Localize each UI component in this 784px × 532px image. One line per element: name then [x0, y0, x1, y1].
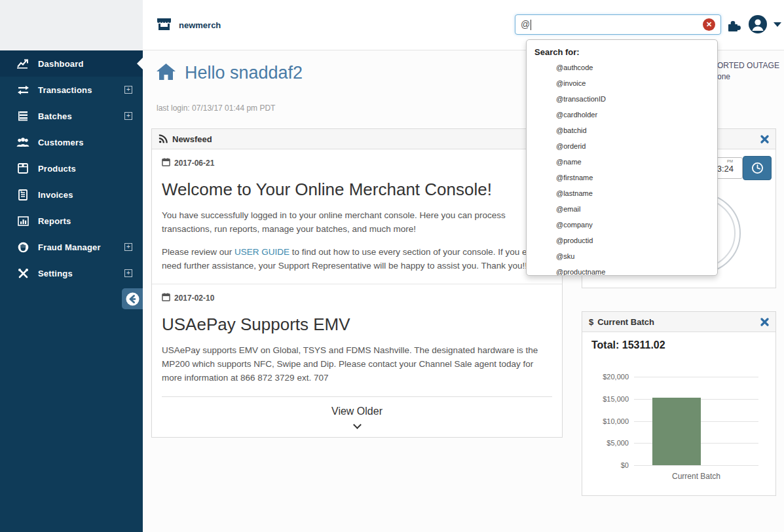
newsfeed-title: Newsfeed [172, 134, 212, 144]
search-suggestion-item[interactable]: @authcode [527, 60, 717, 75]
post-divider [152, 284, 562, 284]
paragraph-text: Please review our [162, 247, 234, 257]
outage-line1: ORTED OUTAGE [717, 60, 779, 71]
customers-icon [16, 137, 29, 148]
chart-y-tick-label: $5,000 [607, 439, 629, 447]
arrow-left-circle-icon [126, 292, 140, 306]
fraud-icon [16, 242, 29, 253]
sidebar-item-label: Settings [38, 269, 73, 278]
text-cursor [531, 20, 531, 30]
products-icon [16, 163, 29, 174]
search-suggestion-item[interactable]: @email [527, 201, 717, 217]
search-suggestion-item[interactable]: @name [527, 154, 717, 170]
close-icon[interactable] [760, 318, 769, 326]
post-title: USAePay Supports EMV [162, 314, 552, 335]
chart-y-tick-label: $0 [621, 461, 629, 469]
chevron-down-icon [353, 421, 362, 430]
calendar-icon [162, 158, 170, 168]
search-suggestion-item[interactable]: @orderid [527, 138, 717, 154]
chart-y-tick-label: $15,000 [603, 395, 629, 403]
search-suggestion-item[interactable]: @productid [527, 233, 717, 248]
sidebar-item-label: Fraud Manager [38, 242, 101, 252]
dashboard-icon [16, 58, 29, 69]
transactions-icon [16, 85, 29, 96]
search-suggestion-item[interactable]: @company [527, 217, 717, 233]
expand-icon[interactable]: + [124, 86, 132, 94]
current-batch-header: $ Current Batch [582, 312, 775, 332]
last-login: last login: 07/13/17 01:44 pm PDT [157, 104, 275, 113]
view-older-button[interactable]: View Older [162, 396, 552, 437]
clock-in-button[interactable] [743, 156, 772, 180]
sidebar-item-customers[interactable]: Customers [0, 129, 143, 155]
view-older-label: View Older [162, 406, 552, 417]
calendar-icon [162, 293, 170, 303]
search-suggestion-item[interactable]: @transactionID [527, 91, 717, 107]
time-value: 3:24 [717, 164, 734, 174]
reports-icon [16, 216, 29, 227]
newsfeed-panel: Newsfeed 2017-06-21 Welcome to [151, 128, 563, 438]
search-suggestions-dropdown: Search for: @authcode@invoice@transactio… [526, 39, 718, 276]
close-icon[interactable] [760, 135, 769, 143]
brand[interactable]: newmerch [155, 15, 221, 35]
search-suggestion-item[interactable]: @productname [527, 264, 717, 276]
post-date: 2017-06-21 [174, 159, 214, 168]
search-suggestion-item[interactable]: @lastname [527, 185, 717, 201]
newsfeed-header: Newsfeed [152, 129, 562, 149]
sidebar-item-products[interactable]: Products [0, 155, 143, 181]
home-icon [156, 63, 176, 83]
newsfeed-post: 2017-06-21 Welcome to Your Online Mercha… [162, 158, 552, 273]
sidebar-item-label: Reports [38, 216, 71, 226]
sidebar-item-settings[interactable]: Settings+ [0, 260, 143, 286]
user-menu-caret-icon[interactable] [774, 22, 781, 27]
sidebar-item-dashboard[interactable]: Dashboard [0, 50, 143, 77]
sidebar-item-label: Dashboard [38, 59, 84, 69]
newsfeed-post: 2017-02-10 USAePay Supports EMV USAePay … [162, 293, 552, 385]
sidebar-item-label: Customers [38, 138, 84, 147]
active-item-arrow-icon [137, 58, 143, 69]
search-suggestion-item[interactable]: @sku [527, 248, 717, 264]
user-avatar-icon[interactable] [748, 14, 768, 34]
sidebar-item-batches[interactable]: Batches+ [0, 103, 143, 129]
svg-text:$: $ [20, 189, 22, 193]
post-date: 2017-02-10 [174, 294, 214, 303]
post-title: Welcome to Your Online Merchant Console! [162, 180, 552, 200]
search-input[interactable]: @ ✕ [515, 14, 721, 35]
sidebar-menu: DashboardTransactions+Batches+CustomersP… [0, 50, 143, 286]
search-suggestion-item[interactable]: @cardholder [527, 107, 717, 123]
user-guide-link[interactable]: USER GUIDE [234, 247, 289, 257]
chart-bar [652, 398, 701, 465]
invoices-icon: $ [16, 189, 29, 200]
sidebar-item-label: Products [38, 164, 76, 174]
search-suggestion-item[interactable]: @batchid [527, 123, 717, 138]
sidebar-collapse-button[interactable] [122, 288, 143, 309]
greeting-text: Hello snaddaf2 [185, 63, 303, 83]
batch-total: Total: 15311.02 [591, 339, 766, 351]
chart-y-tick-label: $10,000 [603, 417, 629, 425]
outage-line2: one [717, 71, 779, 83]
current-batch-body: Total: 15311.02 $0$5,000$10,000$15,000$2… [582, 332, 775, 475]
chart-plot-area: $0$5,000$10,000$15,000$20,000 [634, 377, 758, 465]
chart-y-tick-label: $20,000 [603, 373, 629, 381]
page-greeting: Hello snaddaf2 [156, 63, 303, 83]
dropdown-items: @authcode@invoice@transactionID@cardhold… [527, 60, 717, 276]
sidebar-item-transactions[interactable]: Transactions+ [0, 77, 143, 103]
expand-icon[interactable]: + [124, 269, 132, 277]
settings-icon [16, 268, 29, 279]
search-value: @ [521, 19, 530, 29]
chart-gridline: $20,000 [634, 377, 758, 377]
current-batch-panel: $ Current Batch Total: 15311.02 $0$5,000… [582, 311, 776, 496]
search-suggestion-item[interactable]: @invoice [527, 75, 717, 91]
post-paragraph: Please review our USER GUIDE to find out… [162, 246, 552, 273]
expand-icon[interactable]: + [124, 112, 132, 120]
sidebar-item-reports[interactable]: Reports [0, 208, 143, 234]
post-date-row: 2017-02-10 [162, 293, 552, 303]
search-suggestion-item[interactable]: @firstname [527, 170, 717, 185]
storefront-icon [155, 15, 173, 35]
clear-search-icon[interactable]: ✕ [703, 18, 715, 31]
post-paragraph: USAePay supports EMV on Global, TSYS and… [162, 344, 552, 385]
plugins-icon[interactable] [725, 17, 741, 33]
expand-icon[interactable]: + [124, 243, 132, 251]
sidebar-item-fraud-manager[interactable]: Fraud Manager+ [0, 234, 143, 260]
sidebar-item-invoices[interactable]: $Invoices [0, 181, 143, 208]
chart-gridline: $0 [634, 465, 758, 466]
